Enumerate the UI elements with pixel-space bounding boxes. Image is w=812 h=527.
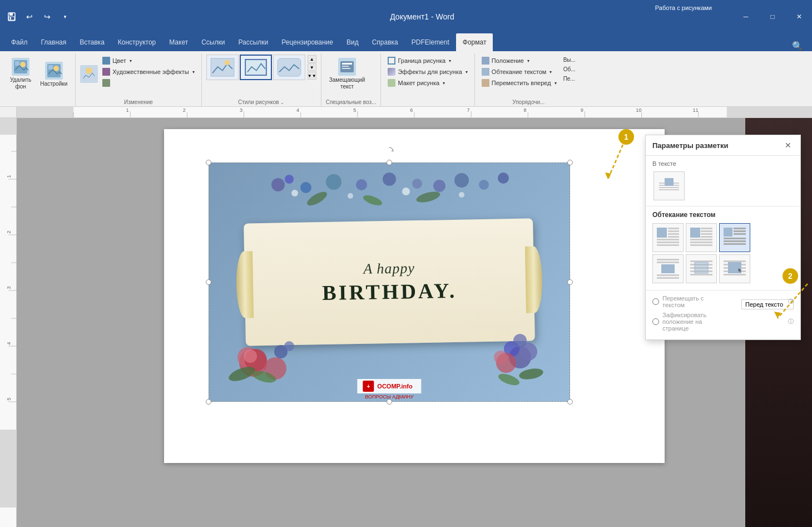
handle-bottom-right[interactable] [567,399,573,405]
tab-format[interactable]: Формат [456,33,493,51]
border-column: Граница рисунка ▾ Эффекты для рисунка ▾ … [385,55,469,93]
picture-border-button[interactable]: Граница рисунка ▾ [385,56,469,66]
svg-text:7: 7 [467,107,469,113]
layout-icon [388,79,395,87]
tab-layout[interactable]: Макет [162,33,195,51]
align-button[interactable]: Пе... [561,75,578,83]
style-scroll-down[interactable]: ▼ [308,63,316,71]
annotation-2: 2 [783,268,798,284]
remove-bg-label: Удалитьфон [10,77,31,90]
style-scroll-expand[interactable]: ▼▼ [308,72,316,80]
artistic-effects-button[interactable]: Художественные эффекты ▾ [100,67,196,77]
style-thumb-1[interactable] [206,55,239,80]
redo-button[interactable]: ↪ [40,9,55,24]
search-button[interactable]: 🔍 [792,41,803,51]
style-scroll: ▲ ▼ ▼▼ [308,55,316,80]
close-button[interactable]: ✕ [786,8,812,25]
ribbon-tabs: Файл Главная Вставка Конструктор Макет С… [0,33,812,51]
text-wrap-button[interactable]: Обтекание текстом ▾ [479,67,559,77]
picture-effects-button[interactable]: Эффекты для рисунка ▾ [385,67,469,77]
remove-bg-icon [12,58,29,76]
send-back-button[interactable]: Вы... [561,56,578,64]
svg-text:3: 3 [6,286,12,289]
tab-insert[interactable]: Вставка [73,33,111,51]
svg-text:5: 5 [6,397,12,400]
tab-references[interactable]: Ссылки [195,33,231,51]
tab-pdfelement[interactable]: PDFElement [405,33,456,51]
svg-rect-112 [690,239,712,240]
quick-access-dropdown[interactable]: ▼ [58,9,72,24]
title-bar-left: ↩ ↪ ▼ [0,9,111,24]
svg-point-92 [513,334,527,347]
fix-position-radio[interactable] [652,318,659,325]
wrap-through-option[interactable] [719,223,750,252]
bring-forward-button[interactable]: Переместить вперед ▾ [479,78,559,88]
svg-rect-117 [701,233,712,235]
position-button[interactable]: Положение ▾ [479,56,559,66]
color-button[interactable]: Цвет ▾ [100,56,196,66]
wrap-front-option[interactable] [719,254,750,283]
tab-review[interactable]: Рецензирование [275,33,340,51]
tab-help[interactable]: Справка [365,33,405,51]
alt-text-button[interactable]: Замещающийтекст [326,55,369,93]
undo-button[interactable]: ↩ [22,9,37,24]
wrap-top-bottom-option[interactable] [652,254,684,283]
text-wrap-icon [482,68,489,76]
svg-rect-110 [668,236,679,238]
watermark: + OCOMP.info [357,379,421,393]
handle-bottom-middle[interactable] [387,399,392,405]
tab-file[interactable]: Файл [4,33,34,51]
wrap-behind-option[interactable] [686,254,717,283]
svg-point-65 [326,174,341,190]
handle-top-left[interactable] [206,160,211,165]
style-thumb-2[interactable] [240,55,272,80]
svg-text:11: 11 [692,107,698,113]
tab-view[interactable]: Вид [340,33,365,51]
adjust-extra-icon [102,79,110,87]
minimize-button[interactable]: ─ [733,8,759,25]
handle-top-middle[interactable] [387,160,392,165]
svg-point-74 [348,193,353,199]
fix-position-option[interactable]: Зафиксироватьположение настранице ⓘ [652,312,794,332]
panel-close-button[interactable]: ✕ [783,140,794,151]
save-button[interactable] [4,9,19,24]
svg-rect-121 [724,240,746,242]
picture-layout-button[interactable]: Макет рисунка ▾ [385,78,469,88]
panel-inline-section: В тексте [646,156,800,206]
svg-rect-106 [657,244,679,246]
tab-mailings[interactable]: Рассылки [231,33,275,51]
send-back-label: Вы... [563,57,576,63]
settings-button[interactable]: Настройки [37,55,71,93]
image-container[interactable]: A happy Birthday. [209,162,570,402]
rotate-handle[interactable] [384,146,395,157]
tab-constructor[interactable]: Конструктор [111,33,162,51]
wrap-tight-option[interactable] [686,223,717,252]
handle-bottom-left[interactable] [206,399,211,405]
tab-home[interactable]: Главная [34,33,73,51]
window-controls: ─ □ ✕ [733,8,812,25]
adjust-extra-button[interactable] [100,78,196,88]
maximize-button[interactable]: □ [760,8,785,25]
handle-middle-left[interactable] [206,279,211,285]
ribbon-group-special-content: Замещающийтекст [326,55,369,98]
style-thumb-3[interactable] [273,55,305,80]
layout-arrow: ▾ [443,81,445,86]
styles-expand-icon[interactable]: ⌄ [280,100,284,105]
artistic-arrow: ▾ [192,70,195,75]
handle-top-right[interactable] [567,160,573,165]
inline-option[interactable] [653,171,685,200]
svg-rect-1 [9,13,13,16]
arrange-column2: Вы... Об... Пе... [561,55,578,93]
remove-bg-button[interactable]: Удалитьфон [7,55,34,93]
annotation-1: 1 [618,129,634,145]
svg-rect-18 [342,66,349,67]
wrap-square-option[interactable] [652,223,684,252]
style-scroll-up[interactable]: ▲ [308,55,316,63]
style-thumbnails: ▲ ▼ ▼▼ [206,55,316,80]
svg-point-62 [271,178,285,191]
effects-arrow: ▾ [466,70,468,75]
move-with-text-radio[interactable] [652,298,659,305]
handle-middle-right[interactable] [567,279,573,285]
crop-button[interactable]: Об... [561,65,578,73]
svg-text:10: 10 [636,107,641,113]
